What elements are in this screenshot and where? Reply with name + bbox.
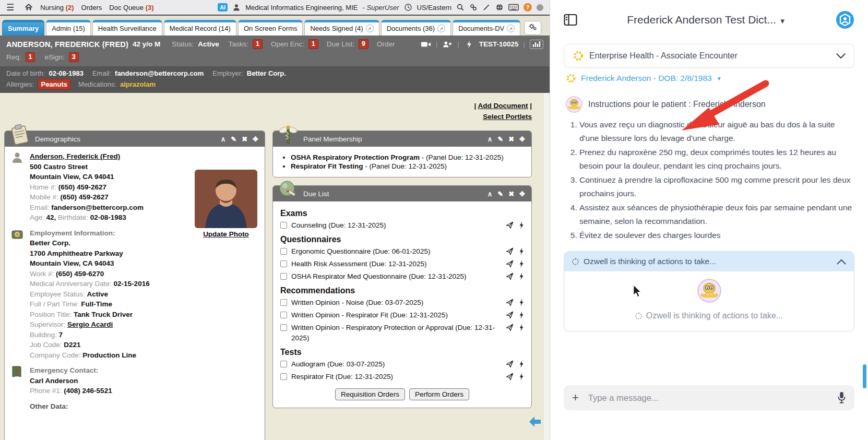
tab-admin[interactable]: Admin (15) (46, 20, 91, 35)
scrollbar-thumb[interactable] (863, 364, 866, 388)
video-camera-icon[interactable] (421, 40, 431, 49)
checkbox[interactable] (280, 373, 287, 380)
help-icon[interactable]: ? (524, 3, 532, 11)
send-icon[interactable] (506, 324, 514, 331)
send-icon[interactable] (506, 373, 514, 380)
checkbox[interactable] (280, 260, 287, 267)
search-icon[interactable] (456, 3, 465, 11)
microphone-icon[interactable] (837, 391, 846, 404)
timezone-label[interactable]: US/Eastern (417, 4, 451, 11)
due-list-header[interactable]: Due List ∧✎✖✥ (273, 186, 531, 201)
collapse-icon[interactable]: ∧ (487, 135, 493, 143)
ozwell-avatar (566, 96, 582, 113)
ai-badge[interactable]: AI (218, 3, 228, 11)
nav-doc-queue[interactable]: Doc Queue (3) (109, 4, 153, 11)
checkbox[interactable] (280, 324, 287, 331)
home-icon[interactable] (25, 3, 33, 11)
allergy-badge[interactable]: Peanuts (38, 79, 70, 90)
instruction-item: Prenez du naproxène 250 mg, deux comprim… (579, 146, 852, 173)
move-icon[interactable]: ✥ (519, 135, 525, 143)
checkbox[interactable] (280, 222, 287, 229)
tab-settings-button[interactable] (524, 21, 541, 35)
send-icon[interactable] (506, 299, 514, 306)
panel-membership-header[interactable]: Panel Membership ∧✎✖✥ (273, 131, 531, 147)
esign-badge[interactable]: 3 (69, 52, 79, 62)
bolt-icon[interactable] (519, 299, 524, 306)
thinking-card-header[interactable]: Ozwell is thinking of actions to take... (564, 252, 854, 271)
order-link[interactable]: Order (377, 40, 395, 48)
hamburger-menu-icon[interactable]: ☰ (6, 2, 14, 13)
bolt-icon[interactable] (519, 272, 524, 280)
move-icon[interactable]: ✥ (519, 190, 525, 198)
edit-icon[interactable]: ✎ (497, 135, 503, 143)
open-enc-badge[interactable]: 1 (308, 39, 318, 49)
patient-context-link[interactable]: Frederick Anderson - DOB: 2/8/1983 ▼ (566, 73, 852, 84)
patient-name[interactable]: ANDERSON, FREDERICK (FRED) (6, 40, 128, 49)
nav-nursing[interactable]: Nursing (2) (40, 4, 74, 11)
req-badge[interactable]: 1 (26, 52, 35, 62)
send-icon[interactable] (506, 272, 514, 280)
bolt-icon[interactable] (519, 247, 524, 255)
collapse-icon[interactable]: ∧ (487, 190, 493, 198)
tab-needs-signed[interactable]: Needs Signed (4)↗ (304, 20, 379, 35)
wand-icon[interactable] (482, 3, 491, 11)
encounter-selector[interactable]: Enterprise Health - Associate Encounter (564, 44, 854, 68)
add-person-icon[interactable] (442, 40, 453, 49)
medication-value[interactable]: alprazolam (120, 80, 156, 88)
send-icon[interactable] (506, 221, 514, 229)
tab-documents[interactable]: Documents (36)↗ (381, 20, 451, 35)
conversation-title[interactable]: Frederick Anderson Test Dict...▼ (577, 14, 836, 26)
tasks-count-badge[interactable]: 1 (253, 39, 263, 49)
due-list-badge[interactable]: 9 (359, 39, 368, 49)
collapse-panel-arrow-icon[interactable] (529, 416, 541, 427)
close-icon[interactable]: ✖ (242, 135, 247, 143)
tab-on-screen-forms[interactable]: On Screen Forms (238, 20, 303, 35)
nav-orders[interactable]: Orders (81, 4, 102, 11)
bolt-icon[interactable] (519, 373, 524, 380)
keyboard-icon[interactable] (508, 3, 519, 11)
perform-orders-button[interactable]: Perform Orders (409, 388, 469, 400)
tab-health-surveillance[interactable]: Health Surveillance (92, 20, 162, 35)
requisition-orders-button[interactable]: Requisition Orders (335, 388, 405, 400)
attach-plus-icon[interactable]: + (572, 392, 579, 403)
checkbox[interactable] (280, 273, 287, 280)
bolt-icon[interactable] (519, 311, 524, 319)
close-icon[interactable]: ✖ (508, 135, 514, 143)
bolt-icon[interactable] (519, 360, 524, 368)
checkbox[interactable] (280, 312, 287, 318)
bolt-icon[interactable] (519, 324, 524, 331)
checkbox[interactable] (280, 361, 287, 367)
demographics-header[interactable]: Demographics ∧✎✖✥ (5, 131, 265, 147)
tab-summary[interactable]: Summary (2, 20, 44, 35)
tab-medical-record[interactable]: Medical Record (14) (164, 20, 236, 35)
patient-name-link[interactable]: Anderson, Frederick (Fred) (30, 151, 144, 162)
flowsheet-button[interactable] (530, 40, 543, 49)
lightning-icon[interactable] (464, 40, 474, 49)
globe-icon[interactable] (495, 3, 504, 11)
checkbox[interactable] (280, 299, 287, 306)
checkbox[interactable] (280, 248, 287, 255)
select-portlets-link[interactable]: Select Portlets (483, 113, 532, 121)
email-value: fanderson@bettercorp.com (115, 69, 204, 77)
update-photo-link[interactable]: Update Photo (203, 230, 249, 238)
close-icon[interactable]: ✖ (508, 190, 514, 198)
edit-icon[interactable]: ✎ (231, 135, 236, 143)
link-icon[interactable] (469, 3, 478, 11)
move-icon[interactable]: ✥ (253, 135, 258, 143)
sidebar-toggle-icon[interactable] (564, 14, 577, 26)
edit-icon[interactable]: ✎ (497, 190, 503, 198)
collapse-icon[interactable]: ∧ (221, 135, 226, 143)
bolt-icon[interactable] (519, 260, 524, 268)
ozwell-logo[interactable] (836, 10, 854, 29)
bolt-icon[interactable] (519, 221, 524, 229)
message-input[interactable] (587, 393, 829, 403)
due-list-item: Written Opinion - Noise (Due: 03-07-2025… (280, 298, 524, 308)
supervisor-link[interactable]: Sergio Acardi (67, 320, 113, 328)
send-icon[interactable] (506, 260, 514, 268)
send-icon[interactable] (506, 311, 514, 319)
send-icon[interactable] (506, 360, 514, 368)
tab-documents-dv[interactable]: Documents-DV↗ (453, 20, 520, 35)
add-document-link[interactable]: Add Document (478, 102, 528, 110)
spinner-icon (635, 313, 642, 319)
send-icon[interactable] (506, 247, 514, 255)
